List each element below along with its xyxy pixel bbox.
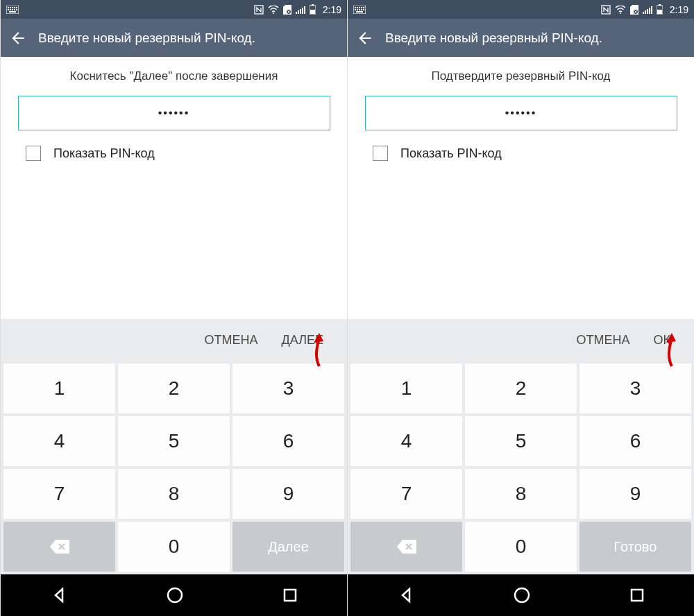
svg-rect-22 [310,10,315,14]
svg-rect-26 [355,7,356,8]
nav-back-icon[interactable] [50,586,68,604]
svg-rect-4 [14,7,15,8]
key-4[interactable]: 4 [350,416,462,466]
key-9[interactable]: 9 [232,469,344,519]
key-3[interactable]: 3 [579,363,691,413]
key-7[interactable]: 7 [350,469,462,519]
phone-screen-left: 2:19 Введите новый резервный PIN-код. Ко… [0,0,347,616]
key-0[interactable]: 0 [118,522,230,572]
app-bar-title: Введите новый резервный PIN-код. [38,31,255,46]
nav-back-icon[interactable] [397,586,415,604]
pin-input[interactable]: •••••• [18,96,330,130]
key-9[interactable]: 9 [579,469,691,519]
instruction-text: Подтвердите резервный PIN-код [431,69,610,83]
signal-icon [643,6,652,14]
svg-rect-43 [649,8,650,14]
show-pin-checkbox[interactable] [26,146,41,161]
svg-rect-34 [361,9,362,10]
svg-rect-47 [657,10,662,14]
confirm-button[interactable]: ОК [654,333,671,348]
nav-recent-icon[interactable] [629,587,645,604]
nfc-icon [601,5,611,15]
svg-rect-1 [8,7,9,8]
svg-rect-35 [363,9,364,10]
svg-rect-3 [12,7,13,8]
action-row: ОТМЕНА ОК [348,319,694,361]
nav-recent-icon[interactable] [282,587,298,604]
key-6[interactable]: 6 [579,416,691,466]
battery-icon [310,4,316,15]
status-bar: 2:19 [348,0,694,19]
svg-rect-24 [285,590,296,601]
key-3[interactable]: 3 [232,363,344,413]
status-time: 2:19 [670,4,688,15]
svg-rect-29 [361,7,362,8]
svg-rect-18 [302,8,303,14]
key-done[interactable]: Готово [579,522,691,572]
app-bar: Введите новый резервный PIN-код. [348,19,694,57]
svg-point-13 [273,12,274,14]
svg-rect-5 [16,7,17,8]
key-backspace[interactable] [3,522,115,572]
svg-rect-9 [14,9,15,10]
svg-rect-8 [12,9,13,10]
key-0[interactable]: 0 [465,522,577,572]
sd-card-icon [283,5,291,15]
svg-rect-31 [355,9,356,10]
nav-home-icon[interactable] [166,586,184,604]
backspace-icon [49,538,71,555]
wifi-icon [615,6,626,14]
svg-rect-33 [359,9,360,10]
nav-home-icon[interactable] [513,586,531,604]
key-6[interactable]: 6 [232,416,344,466]
keyboard-icon [353,6,366,14]
svg-rect-2 [10,7,11,8]
svg-rect-40 [643,12,644,14]
key-done[interactable]: Далее [232,522,344,572]
svg-point-48 [515,588,529,602]
back-arrow-icon[interactable] [356,29,374,47]
key-backspace[interactable] [350,522,462,572]
cancel-button[interactable]: ОТМЕНА [576,333,629,348]
numeric-keypad: 1 2 3 4 5 6 7 8 9 0 Готово [348,361,694,574]
cancel-button[interactable]: ОТМЕНА [205,333,258,348]
show-pin-row[interactable]: Показать PIN-код [373,146,502,161]
key-8[interactable]: 8 [118,469,230,519]
numeric-keypad: 1 2 3 4 5 6 7 8 9 0 Далее [1,361,347,574]
show-pin-label: Показать PIN-код [53,146,155,161]
show-pin-row[interactable]: Показать PIN-код [26,146,155,161]
nfc-icon [254,5,264,15]
key-2[interactable]: 2 [118,363,230,413]
keyboard-icon [6,6,19,14]
svg-rect-27 [357,7,358,8]
key-7[interactable]: 7 [3,469,115,519]
confirm-button[interactable]: ДАЛЕЕ [282,333,323,348]
status-time: 2:19 [323,4,341,15]
svg-rect-30 [363,7,364,8]
app-bar-title: Введите новый резервный PIN-код. [385,31,602,46]
action-row: ОТМЕНА ДАЛЕЕ [1,319,347,361]
svg-point-23 [168,588,182,602]
show-pin-checkbox[interactable] [373,146,388,161]
svg-rect-10 [16,9,17,10]
phone-screen-right: 2:19 Введите новый резервный PIN-код. По… [347,0,694,616]
svg-rect-42 [647,9,648,14]
key-4[interactable]: 4 [3,416,115,466]
svg-rect-11 [9,11,16,12]
key-5[interactable]: 5 [465,416,577,466]
instruction-text: Коснитесь "Далее" после завершения [70,69,278,83]
key-5[interactable]: 5 [118,416,230,466]
key-2[interactable]: 2 [465,363,577,413]
svg-rect-15 [296,12,297,14]
svg-point-38 [620,12,621,14]
key-8[interactable]: 8 [465,469,577,519]
show-pin-label: Показать PIN-код [400,146,502,161]
key-1[interactable]: 1 [3,363,115,413]
pin-input[interactable]: •••••• [365,96,677,130]
svg-rect-16 [298,10,299,14]
svg-rect-28 [359,7,360,8]
back-arrow-icon[interactable] [9,29,27,47]
svg-rect-17 [300,9,301,14]
key-1[interactable]: 1 [350,363,462,413]
svg-rect-6 [8,9,9,10]
